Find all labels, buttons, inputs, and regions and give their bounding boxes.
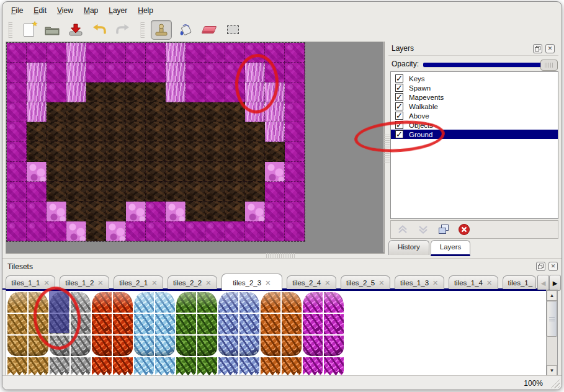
tab-layers[interactable]: Layers <box>431 240 471 256</box>
map-tile-dark-ground[interactable] <box>86 122 106 142</box>
tileset-tile[interactable] <box>7 357 27 377</box>
layer-visibility-checkbox[interactable]: ✓ <box>395 84 403 92</box>
map-tile-pink-crystal-column[interactable] <box>66 63 86 82</box>
map-tile-magenta-wall[interactable] <box>86 43 106 63</box>
tileset-tile[interactable] <box>261 292 280 313</box>
map-tile-dark-ground[interactable] <box>225 182 245 202</box>
menu-map[interactable]: Map <box>84 6 98 15</box>
map-tile-dark-ground[interactable] <box>106 142 126 162</box>
map-tile-magenta-wall[interactable] <box>146 202 166 221</box>
map-tile-dark-ground[interactable] <box>86 202 106 221</box>
close-panel-icon[interactable]: ✕ <box>548 262 558 271</box>
map-tile-dark-ground[interactable] <box>66 202 86 221</box>
map-tile-dark-ground[interactable] <box>245 122 265 142</box>
new-file-button[interactable]: ★ <box>19 20 38 39</box>
tileset-tile[interactable] <box>50 357 69 377</box>
map-tile-pink-crystal-column[interactable] <box>265 122 285 142</box>
open-file-button[interactable] <box>42 20 62 39</box>
tileset-tile[interactable] <box>113 292 133 313</box>
toolbar-drag-handle[interactable] <box>140 22 145 38</box>
map-tile-pink-rock[interactable] <box>245 202 265 221</box>
map-tile-dark-ground[interactable] <box>166 162 186 182</box>
layer-visibility-checkbox[interactable]: ✓ <box>395 130 403 138</box>
menu-file[interactable]: File <box>11 6 23 15</box>
map-tile-dark-ground[interactable] <box>126 122 146 142</box>
tileset-tile[interactable] <box>71 357 91 377</box>
map-tile-dark-ground[interactable] <box>126 82 146 102</box>
tileset-tab-tiles_2_1[interactable]: tiles_2_1✕ <box>114 275 163 289</box>
map-tile-dark-ground[interactable] <box>106 102 126 122</box>
tileset-tile[interactable] <box>303 357 323 377</box>
close-tab-icon[interactable]: ✕ <box>486 279 492 287</box>
map-tile-pink-crystal-column[interactable] <box>265 102 285 122</box>
map-tile-magenta-wall[interactable] <box>27 202 47 221</box>
map-tile-dark-ground[interactable] <box>166 142 186 162</box>
map-tile-magenta-wall[interactable] <box>205 82 225 102</box>
map-tile-dark-ground[interactable] <box>86 82 106 102</box>
map-tile-dark-ground[interactable] <box>186 202 205 221</box>
map-tile-magenta-wall[interactable] <box>186 221 205 241</box>
close-tab-icon[interactable]: ✕ <box>378 279 384 287</box>
tileset-tile[interactable] <box>134 292 154 313</box>
map-tile-magenta-wall[interactable] <box>7 63 27 82</box>
map-tile-magenta-wall[interactable] <box>225 43 245 63</box>
map-tile-dark-ground[interactable] <box>225 162 245 182</box>
map-tile-magenta-wall[interactable] <box>265 182 285 202</box>
layer-visibility-checkbox[interactable]: ✓ <box>395 121 403 129</box>
opacity-slider-track[interactable] <box>423 63 542 67</box>
map-tile-pink-crystal-column[interactable] <box>166 43 186 63</box>
tileset-tile[interactable] <box>218 336 238 356</box>
map-tile-magenta-wall[interactable] <box>265 221 285 241</box>
map-tile-magenta-wall[interactable] <box>285 43 305 63</box>
map-tile-dark-ground[interactable] <box>106 122 126 142</box>
map-tile-magenta-wall[interactable] <box>7 221 27 241</box>
tileset-tab-tiles_2_5[interactable]: tiles_2_5✕ <box>341 275 390 289</box>
map-tile-pink-crystal-column[interactable] <box>66 43 86 63</box>
map-tile-dark-ground[interactable] <box>205 182 225 202</box>
map-tile-magenta-wall[interactable] <box>166 221 186 241</box>
tileset-tile[interactable] <box>71 336 91 356</box>
tileset-tile[interactable] <box>218 357 238 377</box>
map-tile-dark-ground[interactable] <box>205 142 225 162</box>
map-tile-dark-ground[interactable] <box>225 202 245 221</box>
layer-row-walkable[interactable]: ✓Walkable <box>391 102 558 111</box>
tileset-tile[interactable] <box>176 314 196 334</box>
map-tile-dark-ground[interactable] <box>126 102 146 122</box>
layer-visibility-checkbox[interactable]: ✓ <box>395 112 403 120</box>
map-tile-dark-ground[interactable] <box>126 182 146 202</box>
map-tile-magenta-wall[interactable] <box>7 43 27 63</box>
map-tile-magenta-wall[interactable] <box>7 102 27 122</box>
close-tab-icon[interactable]: ✕ <box>265 279 271 287</box>
map-tile-pink-rock[interactable] <box>126 202 146 221</box>
menu-view[interactable]: View <box>57 6 73 15</box>
tileset-tile[interactable] <box>239 336 259 356</box>
map-tile-magenta-wall[interactable] <box>146 221 166 241</box>
menu-layer[interactable]: Layer <box>109 6 127 15</box>
map-tile-magenta-wall[interactable] <box>186 63 205 82</box>
map-tile-dark-ground[interactable] <box>146 122 166 142</box>
map-tile-pink-crystal-column[interactable] <box>66 82 86 102</box>
map-canvas[interactable] <box>6 42 305 242</box>
map-tile-magenta-wall[interactable] <box>285 63 305 82</box>
undo-button[interactable] <box>89 20 109 39</box>
map-tile-dark-ground[interactable] <box>166 122 186 142</box>
map-tile-dark-ground[interactable] <box>205 202 225 221</box>
close-tab-icon[interactable]: ✕ <box>43 279 49 287</box>
map-tile-dark-ground[interactable] <box>86 182 106 202</box>
map-tile-dark-ground[interactable] <box>47 142 66 162</box>
map-tile-magenta-wall[interactable] <box>285 82 305 102</box>
map-tile-dark-ground[interactable] <box>146 142 166 162</box>
vertical-splitter-handle[interactable] <box>384 133 390 163</box>
map-tile-pink-crystal-column[interactable] <box>27 82 47 102</box>
map-tile-pink-rock[interactable] <box>106 221 126 241</box>
map-tile-magenta-wall[interactable] <box>7 202 27 221</box>
map-tile-dark-ground[interactable] <box>146 102 166 122</box>
map-tile-dark-ground[interactable] <box>126 142 146 162</box>
tileset-tile[interactable] <box>197 314 217 334</box>
map-tile-magenta-wall[interactable] <box>205 43 225 63</box>
tileset-tile[interactable] <box>7 292 27 313</box>
close-tab-icon[interactable]: ✕ <box>151 279 157 287</box>
map-tile-dark-ground[interactable] <box>186 122 205 142</box>
map-tile-dark-ground[interactable] <box>245 142 265 162</box>
map-tile-dark-ground[interactable] <box>245 182 265 202</box>
